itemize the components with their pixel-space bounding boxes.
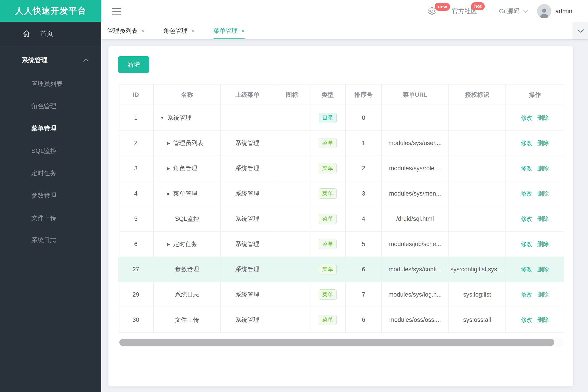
menu-name: 文件上传: [175, 316, 199, 324]
sidebar-item-管理员列表[interactable]: 管理员列表: [0, 73, 101, 95]
cell-order: 6: [346, 307, 382, 332]
table-row-6[interactable]: 6▶定时任务系统管理菜单5modules/job/sche...修改删除: [118, 232, 564, 257]
type-badge: 菜单: [319, 290, 337, 300]
edit-link[interactable]: 修改: [521, 190, 532, 197]
sidebar: 人人快速开发平台 首页 系统管理 管理员列表角色管理菜单管理SQL监控定时任务参…: [0, 0, 101, 392]
table-row-1[interactable]: 1▼系统管理目录0修改删除: [118, 105, 564, 130]
sidebar-item-SQL监控[interactable]: SQL监控: [0, 140, 101, 162]
sidebar-item-角色管理[interactable]: 角色管理: [0, 95, 101, 117]
cell-perms: [449, 181, 506, 206]
sidebar-group-system[interactable]: 系统管理: [0, 48, 101, 73]
horizontal-scrollbar-thumb[interactable]: [119, 339, 554, 346]
type-badge: 菜单: [319, 214, 337, 224]
cell-name: ▶菜单管理: [154, 181, 221, 206]
cell-id: 5: [118, 206, 154, 232]
cell-id: 2: [118, 130, 154, 156]
cell-id: 6: [118, 232, 154, 257]
sidebar-item-菜单管理[interactable]: 菜单管理: [0, 117, 101, 140]
table-row-29[interactable]: 29系统日志系统管理菜单7modules/sys/log.h...sys:log…: [118, 282, 564, 307]
tree-expanded-icon[interactable]: ▼: [160, 115, 164, 120]
tree-collapsed-icon[interactable]: ▶: [167, 140, 170, 146]
edit-link[interactable]: 修改: [521, 316, 532, 323]
cell-icon: [274, 181, 310, 206]
table-row-27[interactable]: 27参数管理系统管理菜单6modules/sys/confi...sys:con…: [118, 257, 564, 282]
tab-管理员列表[interactable]: 管理员列表×: [107, 22, 145, 39]
cell-url: modules/sys/user....: [382, 130, 449, 156]
delete-link[interactable]: 删除: [537, 140, 549, 146]
menu-name: 系统日志: [175, 290, 199, 298]
close-tab-icon[interactable]: ×: [191, 28, 195, 34]
delete-link[interactable]: 删除: [537, 190, 549, 197]
edit-link[interactable]: 修改: [521, 165, 532, 172]
hamburger-menu-icon[interactable]: [112, 8, 121, 14]
cell-perms: sys:log:list: [449, 282, 506, 307]
cell-icon: [274, 232, 310, 257]
tab-label: 管理员列表: [107, 27, 138, 35]
tabs-dropdown-button[interactable]: [573, 22, 588, 39]
edit-link[interactable]: 修改: [521, 266, 532, 273]
tab-角色管理[interactable]: 角色管理×: [163, 22, 195, 39]
type-badge: 菜单: [319, 264, 337, 274]
cell-order: 4: [346, 206, 382, 232]
app-title: 人人快速开发平台: [0, 0, 101, 22]
git-source-link[interactable]: Git源码: [499, 7, 528, 16]
sidebar-item-定时任务[interactable]: 定时任务: [0, 162, 101, 184]
cell-id: 27: [118, 257, 154, 282]
delete-link[interactable]: 删除: [537, 291, 549, 298]
cell-type: 菜单: [310, 257, 346, 282]
tree-collapsed-icon[interactable]: ▶: [167, 166, 170, 171]
cell-id: 30: [118, 307, 154, 332]
cell-type: 菜单: [310, 232, 346, 257]
tree-collapsed-icon[interactable]: ▶: [167, 242, 170, 247]
sidebar-item-系统日志[interactable]: 系统日志: [0, 229, 101, 252]
sidebar-item-文件上传[interactable]: 文件上传: [0, 207, 101, 229]
cell-name: ▼系统管理: [154, 105, 221, 130]
username[interactable]: admin: [555, 8, 572, 15]
hot-badge: hot: [471, 2, 485, 10]
tab-label: 角色管理: [163, 27, 188, 35]
horizontal-scrollbar-track[interactable]: [118, 338, 564, 347]
type-badge: 菜单: [319, 239, 337, 249]
cell-parent-menu: 系统管理: [221, 232, 274, 257]
sidebar-item-label: 定时任务: [31, 169, 56, 178]
settings-button[interactable]: new: [427, 6, 452, 16]
community-link[interactable]: 官方社区 hot: [452, 7, 490, 16]
sidebar-item-参数管理[interactable]: 参数管理: [0, 184, 101, 207]
cell-url: /druid/sql.html: [382, 206, 449, 232]
add-button[interactable]: 新增: [118, 56, 149, 73]
cell-name: 参数管理: [154, 257, 221, 282]
new-badge: new: [435, 3, 450, 11]
cell-icon: [274, 206, 310, 232]
avatar[interactable]: [537, 4, 551, 18]
table-row-5[interactable]: 5SQL监控系统管理菜单4/druid/sql.html修改删除: [118, 206, 564, 232]
close-tab-icon[interactable]: ×: [241, 28, 245, 34]
delete-link[interactable]: 删除: [537, 316, 549, 323]
table-row-4[interactable]: 4▶菜单管理系统管理菜单3modules/sys/men...修改删除: [118, 181, 564, 206]
edit-link[interactable]: 修改: [521, 241, 532, 248]
tree-collapsed-icon[interactable]: ▶: [167, 191, 170, 196]
edit-link[interactable]: 修改: [521, 114, 532, 121]
edit-link[interactable]: 修改: [521, 140, 532, 146]
column-header-名称: 名称: [154, 84, 221, 105]
table-row-30[interactable]: 30文件上传系统管理菜单6modules/oss/oss....sys:oss:…: [118, 307, 564, 332]
table-row-3[interactable]: 3▶角色管理系统管理菜单2modules/sys/role....修改删除: [118, 156, 564, 181]
type-badge: 菜单: [319, 188, 337, 199]
cell-icon: [274, 105, 310, 130]
cell-actions: 修改删除: [506, 282, 564, 307]
table-row-2[interactable]: 2▶管理员列表系统管理菜单1modules/sys/user....修改删除: [118, 130, 564, 156]
close-tab-icon[interactable]: ×: [141, 28, 145, 34]
edit-link[interactable]: 修改: [521, 291, 532, 298]
sidebar-item-label: 文件上传: [31, 214, 56, 222]
type-badge: 目录: [319, 113, 337, 123]
sidebar-item-home[interactable]: 首页: [0, 22, 101, 46]
cell-icon: [274, 307, 310, 332]
delete-link[interactable]: 删除: [537, 241, 549, 248]
delete-link[interactable]: 删除: [537, 114, 549, 121]
delete-link[interactable]: 删除: [537, 216, 549, 222]
menu-table: ID名称上级菜单图标类型排序号菜单URL授权标识操作 1▼系统管理目录0修改删除…: [118, 84, 564, 332]
tab-菜单管理[interactable]: 菜单管理×: [214, 22, 245, 39]
delete-link[interactable]: 删除: [537, 165, 549, 172]
edit-link[interactable]: 修改: [521, 216, 532, 222]
delete-link[interactable]: 删除: [537, 266, 549, 273]
sidebar-item-label: 参数管理: [31, 191, 56, 200]
